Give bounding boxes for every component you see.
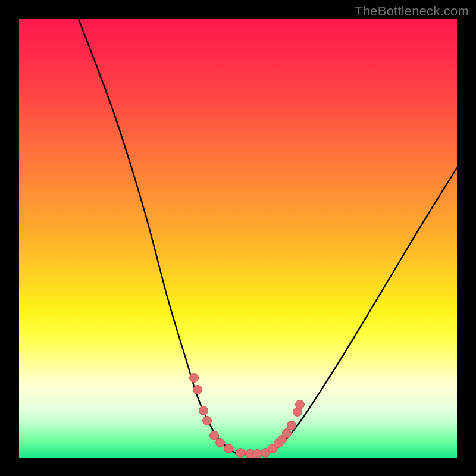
marker-dot <box>210 431 219 440</box>
curve-svg <box>19 19 457 458</box>
marker-dot <box>199 406 208 415</box>
marker-dot <box>236 449 245 458</box>
marker-dot <box>193 386 202 394</box>
bottleneck-curve <box>79 19 457 455</box>
plot-area <box>19 19 457 458</box>
watermark-text: TheBottleneck.com <box>355 4 469 19</box>
marker-group <box>190 374 305 459</box>
marker-dot <box>296 400 305 409</box>
marker-dot <box>190 374 199 383</box>
marker-dot <box>253 450 262 459</box>
marker-dot <box>287 421 296 430</box>
marker-dot <box>224 444 233 453</box>
marker-dot <box>216 439 225 447</box>
chart-frame: TheBottleneck.com <box>0 0 476 476</box>
marker-dot <box>283 429 292 438</box>
marker-dot <box>203 416 212 425</box>
